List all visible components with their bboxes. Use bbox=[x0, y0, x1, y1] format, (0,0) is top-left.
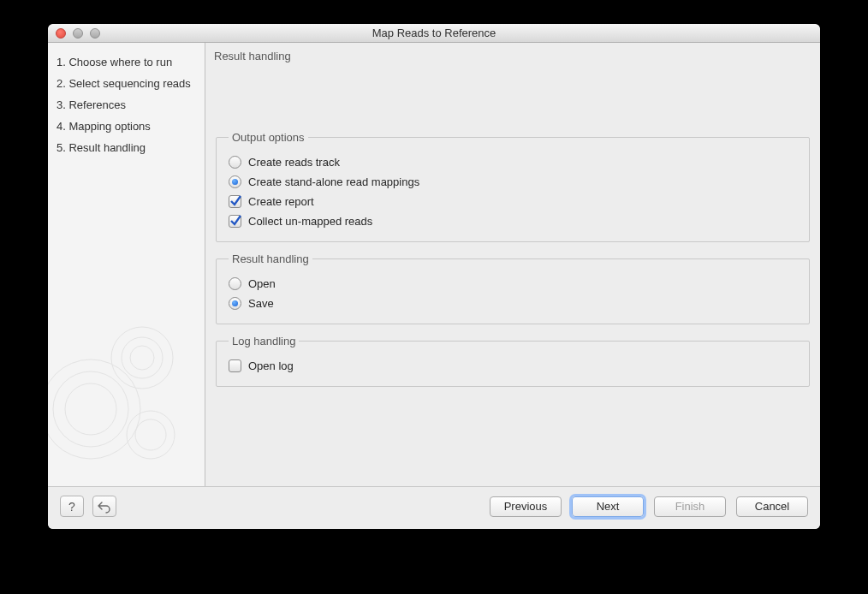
panel-title: Result handling bbox=[205, 43, 820, 68]
svg-point-1 bbox=[53, 371, 128, 447]
button-label: Cancel bbox=[755, 500, 789, 513]
group-legend: Result handling bbox=[229, 252, 312, 265]
option-standalone-mappings[interactable]: Create stand-alone read mappings bbox=[229, 172, 797, 192]
wizard-step[interactable]: 3. References bbox=[55, 94, 198, 116]
option-label: Open log bbox=[248, 359, 294, 372]
dialog-content: 1. Choose where to run 2. Select sequenc… bbox=[48, 43, 820, 486]
footer-right: Previous Next Finish Cancel bbox=[490, 496, 808, 517]
next-button[interactable]: Next bbox=[572, 496, 644, 517]
checkbox-icon[interactable] bbox=[229, 195, 241, 208]
option-save[interactable]: Save bbox=[229, 294, 797, 313]
wizard-main-panel: Result handling Output options Create re… bbox=[205, 43, 820, 486]
option-label: Open bbox=[248, 277, 276, 290]
finish-button: Finish bbox=[654, 496, 726, 517]
log-handling-group: Log handling Open log bbox=[216, 335, 810, 387]
cancel-button[interactable]: Cancel bbox=[736, 496, 808, 517]
option-open-log[interactable]: Open log bbox=[229, 356, 797, 376]
panel-body: Output options Create reads track Create… bbox=[205, 68, 820, 486]
wizard-step[interactable]: 1. Choose where to run bbox=[55, 51, 198, 73]
option-create-report[interactable]: Create report bbox=[229, 192, 797, 211]
wizard-step[interactable]: 2. Select sequencing reads bbox=[55, 73, 198, 94]
group-legend: Log handling bbox=[229, 335, 299, 347]
close-icon[interactable] bbox=[56, 28, 66, 39]
option-label: Create report bbox=[248, 195, 314, 208]
titlebar: Map Reads to Reference bbox=[48, 24, 820, 43]
result-handling-group: Result handling Open Save bbox=[216, 252, 810, 324]
wizard-sidebar: 1. Choose where to run 2. Select sequenc… bbox=[48, 43, 205, 486]
checkbox-icon[interactable] bbox=[229, 359, 241, 372]
svg-point-4 bbox=[122, 337, 163, 378]
radio-icon[interactable] bbox=[229, 297, 241, 310]
window-controls bbox=[48, 28, 100, 39]
option-open[interactable]: Open bbox=[229, 274, 797, 294]
reset-button[interactable] bbox=[92, 496, 116, 517]
option-collect-unmapped[interactable]: Collect un-mapped reads bbox=[229, 211, 797, 231]
dialog-window: Map Reads to Reference 1. Choose where t… bbox=[48, 24, 820, 529]
option-label: Create stand-alone read mappings bbox=[248, 175, 419, 188]
dialog-footer: ? Previous Next Finish Cancel bbox=[48, 486, 820, 529]
wizard-step[interactable]: 4. Mapping options bbox=[55, 116, 198, 137]
previous-button[interactable]: Previous bbox=[490, 496, 562, 517]
svg-point-3 bbox=[111, 327, 173, 389]
svg-point-5 bbox=[130, 346, 154, 370]
option-label: Collect un-mapped reads bbox=[248, 215, 372, 228]
option-create-reads-track[interactable]: Create reads track bbox=[229, 152, 797, 172]
zoom-icon[interactable] bbox=[90, 28, 100, 39]
help-button[interactable]: ? bbox=[60, 496, 84, 517]
radio-icon[interactable] bbox=[229, 175, 241, 188]
output-options-group: Output options Create reads track Create… bbox=[216, 131, 810, 242]
minimize-icon[interactable] bbox=[73, 28, 83, 39]
svg-point-6 bbox=[127, 411, 175, 459]
button-label: Previous bbox=[504, 500, 548, 513]
radio-icon[interactable] bbox=[229, 156, 241, 169]
checkbox-icon[interactable] bbox=[229, 215, 241, 228]
wizard-steps-list: 1. Choose where to run 2. Select sequenc… bbox=[55, 51, 198, 158]
footer-left: ? bbox=[60, 496, 116, 517]
wizard-step[interactable]: 5. Result handling bbox=[55, 137, 198, 158]
button-label: Next bbox=[597, 500, 620, 513]
option-label: Create reads track bbox=[248, 156, 340, 169]
svg-point-7 bbox=[135, 419, 166, 450]
undo-arrow-icon bbox=[98, 500, 111, 514]
help-icon: ? bbox=[68, 500, 75, 514]
decorative-spiral-icon bbox=[48, 306, 205, 486]
button-label: Finish bbox=[675, 500, 705, 513]
radio-icon[interactable] bbox=[229, 277, 241, 290]
option-label: Save bbox=[248, 297, 274, 310]
svg-point-2 bbox=[65, 383, 116, 435]
window-title: Map Reads to Reference bbox=[48, 27, 820, 39]
svg-point-0 bbox=[48, 359, 140, 459]
group-legend: Output options bbox=[229, 131, 308, 144]
